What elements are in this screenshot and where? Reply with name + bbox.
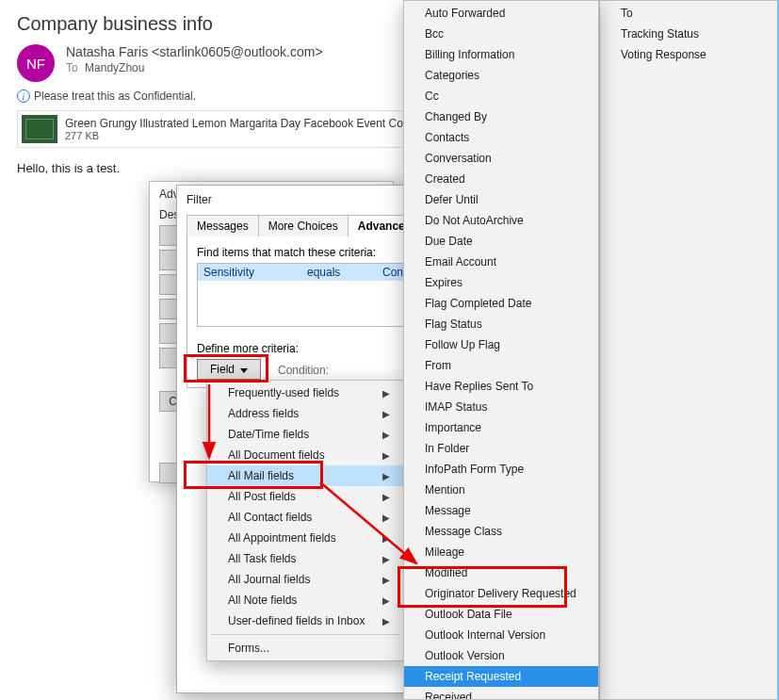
info-icon: i xyxy=(17,90,30,103)
field-menu-item[interactable]: Mention xyxy=(404,480,598,500)
criteria-field[interactable]: Sensitivity xyxy=(198,264,301,281)
criteria-condition[interactable]: equals xyxy=(301,264,377,281)
field-menu-item[interactable]: IMAP Status xyxy=(404,397,598,417)
chevron-right-icon: ▶ xyxy=(382,450,390,461)
field-menu-item[interactable]: InfoPath Form Type xyxy=(404,459,598,480)
field-menu-item[interactable]: Received xyxy=(404,687,598,700)
submenu-forms[interactable]: Forms... xyxy=(207,638,403,659)
mail-fields-menu[interactable]: Auto ForwardedBccBilling InformationCate… xyxy=(403,0,599,700)
tab-more-choices[interactable]: More Choices xyxy=(258,215,349,236)
field-menu-item[interactable]: Billing Information xyxy=(404,44,598,65)
submenu-item[interactable]: All Post fields▶ xyxy=(207,486,403,507)
submenu-item[interactable]: All Mail fields▶ xyxy=(207,465,403,486)
field-menu-item[interactable]: Flag Status xyxy=(404,314,598,334)
submenu-item[interactable]: All Appointment fields▶ xyxy=(207,528,403,548)
chevron-right-icon: ▶ xyxy=(382,430,390,440)
field-submenu[interactable]: Frequently-used fields▶Address fields▶Da… xyxy=(206,380,404,661)
chevron-down-icon xyxy=(240,368,248,373)
sender-avatar: NF xyxy=(17,44,55,82)
field-menu-item[interactable]: Flag Completed Date xyxy=(404,293,598,314)
field-menu-item[interactable]: Message Class xyxy=(404,521,598,542)
chevron-right-icon: ▶ xyxy=(382,388,390,399)
submenu-item[interactable]: All Journal fields▶ xyxy=(207,569,403,590)
field-menu-item[interactable]: To xyxy=(600,3,777,24)
attachment-name: Green Grungy Illustrated Lemon Margarita… xyxy=(65,117,419,130)
field-menu-item[interactable]: Categories xyxy=(404,65,598,86)
submenu-item[interactable]: Date/Time fields▶ xyxy=(207,424,403,445)
mail-fields-menu-col2[interactable]: ToTracking StatusVoting Response xyxy=(599,0,778,700)
field-menu-item[interactable]: Cc xyxy=(404,86,598,106)
field-menu-item[interactable]: Receipt Requested xyxy=(404,666,598,687)
chevron-right-icon: ▶ xyxy=(382,492,390,502)
submenu-item[interactable]: All Task fields▶ xyxy=(207,548,403,569)
field-menu-item[interactable]: From xyxy=(404,355,598,376)
submenu-item[interactable]: Frequently-used fields▶ xyxy=(207,383,403,403)
chevron-right-icon: ▶ xyxy=(382,616,390,627)
field-menu-item[interactable]: Modified xyxy=(404,562,598,583)
field-menu-item[interactable]: Message xyxy=(404,500,598,521)
submenu-item[interactable]: All Document fields▶ xyxy=(207,445,403,465)
confidential-text: Please treat this as Confidential. xyxy=(34,90,196,103)
field-menu-item[interactable]: Mileage xyxy=(404,542,598,562)
chevron-right-icon: ▶ xyxy=(382,409,390,419)
field-menu-item[interactable]: Contacts xyxy=(404,127,598,148)
field-menu-item[interactable]: Changed By xyxy=(404,106,598,127)
field-menu-item[interactable]: In Folder xyxy=(404,438,598,459)
submenu-item[interactable]: All Note fields▶ xyxy=(207,590,403,610)
chevron-right-icon: ▶ xyxy=(382,513,390,523)
chevron-right-icon: ▶ xyxy=(382,471,390,481)
field-menu-item[interactable]: Do Not AutoArchive xyxy=(404,210,598,231)
field-menu-item[interactable]: Expires xyxy=(404,272,598,293)
tab-messages[interactable]: Messages xyxy=(187,215,259,236)
field-menu-item[interactable]: Conversation xyxy=(404,148,598,169)
submenu-item[interactable]: All Contact fields▶ xyxy=(207,507,403,528)
field-menu-item[interactable]: Created xyxy=(404,169,598,189)
field-menu-item[interactable]: Email Account xyxy=(404,252,598,272)
submenu-item[interactable]: Address fields▶ xyxy=(207,403,403,424)
field-menu-item[interactable]: Outlook Internal Version xyxy=(404,625,598,645)
condition-label: Condition: xyxy=(278,364,329,377)
field-menu-item[interactable]: Due Date xyxy=(404,231,598,252)
field-menu-item[interactable]: Follow Up Flag xyxy=(404,334,598,355)
chevron-right-icon: ▶ xyxy=(382,554,390,564)
field-menu-item[interactable]: Importance xyxy=(404,417,598,438)
field-dropdown-button[interactable]: Field xyxy=(197,359,261,380)
field-menu-item[interactable]: Tracking Status xyxy=(600,24,777,44)
submenu-item[interactable]: User-defined fields in Inbox▶ xyxy=(207,610,403,631)
chevron-right-icon: ▶ xyxy=(382,533,390,544)
to-label: To xyxy=(66,61,78,74)
field-menu-item[interactable]: Outlook Version xyxy=(404,645,598,666)
field-menu-item[interactable]: Outlook Data File xyxy=(404,604,598,625)
chevron-right-icon: ▶ xyxy=(382,575,390,585)
attachment-thumbnail xyxy=(22,115,57,143)
field-menu-item[interactable]: Bcc xyxy=(404,24,598,44)
field-menu-item[interactable]: Defer Until xyxy=(404,189,598,210)
field-menu-item[interactable]: Originator Delivery Requested xyxy=(404,583,598,604)
attachment-size: 277 KB xyxy=(65,130,419,141)
chevron-right-icon: ▶ xyxy=(382,595,390,606)
to-recipient: MandyZhou xyxy=(85,61,144,74)
field-menu-item[interactable]: Auto Forwarded xyxy=(404,3,598,24)
field-menu-item[interactable]: Have Replies Sent To xyxy=(404,376,598,397)
field-menu-item[interactable]: Voting Response xyxy=(600,44,777,65)
field-button-label: Field xyxy=(210,363,235,376)
